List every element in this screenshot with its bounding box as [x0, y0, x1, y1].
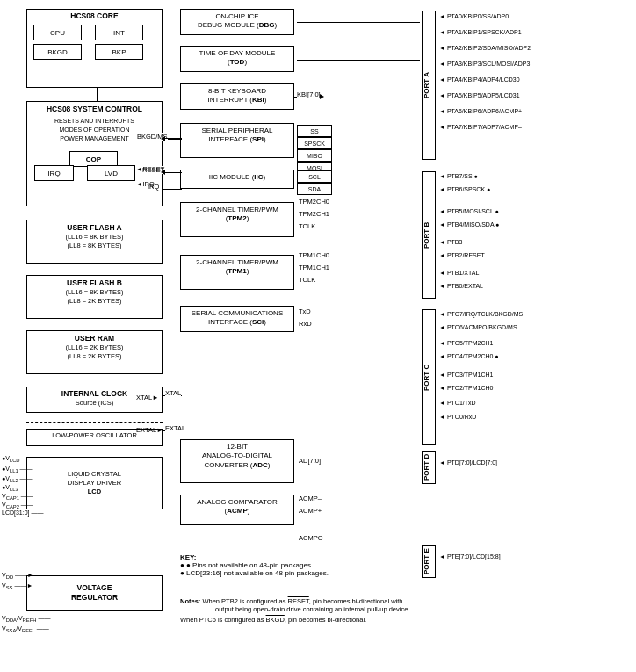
- bkgd-ms-hline: [163, 138, 182, 139]
- vcap2-label: VCAP2 ——: [2, 502, 33, 509]
- vll3-label: ●VLL3 ——: [2, 484, 33, 492]
- ptc6-pin: ◄ PTC6/ACMPO/BKGD/MS: [439, 324, 517, 330]
- tpm1ch1-label: TPM1CH1: [299, 264, 329, 271]
- ptb2-pin: ◄ PTB2/RESET: [439, 252, 485, 258]
- port-c-label: PORT C: [422, 309, 436, 445]
- vdd-label: VDD ——►: [2, 572, 33, 580]
- notes-section: Notes: When PTB2 is configured as RESET,…: [180, 597, 409, 624]
- acmp-block: ANALOG COMPARATOR(ACMP): [180, 495, 294, 525]
- cpu-block: CPU: [33, 25, 82, 40]
- voltage-reg-label: VOLTAGEREGULATOR: [71, 583, 118, 603]
- acmp-label: ANALOG COMPARATOR(ACMP): [184, 498, 291, 517]
- adc-label: 12-BITANALOG-TO-DIGITALCONVERTER (ADC): [184, 443, 291, 470]
- acmpo-label: ACMPO: [299, 534, 323, 542]
- acmp-plus-label: ACMP+: [299, 507, 322, 515]
- ptb5-pin: ◄ PTB5/MOSI/SCL ●: [439, 208, 499, 214]
- user-flash-a-block: USER FLASH A (LL16 = 8K BYTES) (LL8 = 8K…: [26, 220, 163, 264]
- vll1-label: ●VLL1 ——: [2, 466, 33, 473]
- user-flash-b-title: USER FLASH B: [30, 278, 159, 288]
- ptc4-pin: ◄ PTC4/TPM2CH0 ●: [439, 353, 499, 359]
- vdda-label: VDDA/VREFH ——: [2, 615, 50, 623]
- spi-label: SERIAL PERIPHERALINTERFACE (SPI): [184, 126, 291, 145]
- system-control-title: HCS08 SYSTEM CONTROL: [30, 105, 159, 114]
- port-b-label: PORT B: [422, 171, 436, 299]
- bkp-block: BKP: [95, 44, 143, 60]
- tod-to-port-line: [297, 60, 420, 61]
- voltage-reg-block: VOLTAGEREGULATOR: [26, 575, 163, 611]
- ad-label: AD[7:0]: [299, 457, 321, 465]
- extal-arrow-label: EXTAL►: [136, 426, 163, 434]
- miso-box: MISO: [297, 149, 332, 162]
- ptb6-pin: ◄ PTB6/SPSCK ●: [439, 186, 490, 192]
- txd-label: TxD: [299, 307, 311, 315]
- ptb4-pin: ◄ PTB4/MISO/SDA ●: [439, 221, 499, 228]
- key-section: KEY: ● ● Pins not available on 48-pin pa…: [180, 553, 329, 577]
- port-a-label: PORT A: [422, 11, 436, 160]
- tpm2-block: 2-CHANNEL TIMER/PWM(TPM2): [180, 202, 294, 237]
- ptc3-pin: ◄ PTC3/TPM1CH1: [439, 372, 493, 378]
- tpm2ch1-label: TPM2CH1: [299, 210, 329, 218]
- system-control-block: HCS08 SYSTEM CONTROL RESETS AND INTERRUP…: [26, 101, 163, 206]
- ptb1-pin: ◄ PTB1/XTAL: [439, 270, 479, 276]
- pta2-pin: ◄ PTA2/KBIP2/SDA/MISO/ADP2: [439, 45, 531, 51]
- kbi-signal: KBI[7:0]: [297, 90, 321, 98]
- user-flash-b-line2: (LL8 = 2K BYTES): [30, 297, 159, 306]
- vss-label: VSS ——►: [2, 582, 33, 590]
- user-ram-title: USER RAM: [30, 334, 159, 343]
- iic-block: IIC MODULE (IIC): [180, 170, 294, 189]
- reset-line: [163, 172, 182, 173]
- diagram-container: HCS08 CORE CPU INT BKGD BKP HCS08 SYSTEM…: [0, 0, 636, 672]
- extal-signal: EXTAL: [165, 424, 185, 432]
- ptc7-pin: ◄ PTC7/IRQ/TCLK/BKGD/MS: [439, 311, 523, 317]
- sci-label: SERIAL COMMUNICATIONSINTERFACE (SCI): [184, 309, 291, 328]
- vcap1-label: VCAP1 ——: [2, 493, 33, 501]
- port-d-label: PORT D: [422, 451, 436, 484]
- user-flash-b-block: USER FLASH B (LL16 = 8K BYTES) (LL8 = 2K…: [26, 275, 163, 319]
- ptb3-pin: ◄ PTB3: [439, 239, 462, 245]
- kbi-block: 8-BIT KEYBOARDINTERRUPT (KBI): [180, 83, 294, 110]
- ptb7-pin: ◄ PTB7/SS ●: [439, 173, 478, 179]
- vll2-label: ●VLL2 ——: [2, 475, 33, 483]
- rxd-label: RxD: [299, 320, 312, 328]
- ptd-pin: ◄ PTD[7:0]/LCD[7:0]: [439, 459, 497, 466]
- tpm1-block: 2-CHANNEL TIMER/PWM(TPM1): [180, 255, 294, 290]
- lcd31-label: LCD[31:0] ——: [2, 509, 43, 516]
- lcd-block: LIQUID CRYSTALDISPLAY DRIVERLCD: [26, 457, 163, 509]
- tclk2-label: TCLK: [299, 222, 315, 230]
- vlcd-label: ●VLCD ——: [2, 455, 34, 463]
- key-title: KEY:: [180, 553, 329, 561]
- xtal-arrow-label: XTAL►: [136, 394, 159, 401]
- xtal-signal: XTAL: [165, 389, 181, 397]
- iic-label: IIC MODULE (IIC): [184, 173, 291, 181]
- int-block: INT: [95, 25, 143, 40]
- port-e-label: PORT E: [422, 545, 436, 578]
- notes-note2: When PTC6 is configured as BKGD, pin bec…: [180, 616, 409, 624]
- pta0-pin: ◄ PTA0/KBIP0/SS/ADP0: [439, 13, 509, 19]
- pta7-pin: ◄ PTA7/KBIP7/ADP7/ACMP–: [439, 124, 522, 130]
- tpm1ch0-label: TPM1CH0: [299, 251, 329, 259]
- pta5-pin: ◄ PTA5/KBIP5/ADP5/LCD31: [439, 92, 520, 98]
- pta1-pin: ◄ PTA1/KBIP1/SPSCK/ADP1: [439, 29, 522, 35]
- dbg-block: ON-CHIP ICEDEBUG MODULE (DBG): [180, 9, 294, 35]
- tod-label: TIME OF DAY MODULE(TOD): [184, 49, 291, 68]
- irq-arrow-label: ◄IRQ: [136, 180, 155, 188]
- hcs08-core-block: HCS08 CORE CPU INT BKGD BKP: [26, 9, 163, 88]
- scl-box: SCL: [297, 170, 332, 183]
- lcd-label: LIQUID CRYSTALDISPLAY DRIVERLCD: [68, 470, 121, 495]
- user-flash-a-line2: (LL8 = 8K BYTES): [30, 242, 159, 250]
- vssa-label: VSSA/VREFL ——: [2, 625, 49, 633]
- hcs08-core-title: HCS08 CORE: [29, 11, 160, 21]
- ptc2-pin: ◄ PTC2/TPM1CH0: [439, 385, 493, 391]
- irq-block: IRQ: [34, 165, 74, 181]
- bkgd-ms-arrow: [161, 136, 165, 141]
- acmp-minus-label: ACMP–: [299, 495, 322, 502]
- dbg-to-port-line: [297, 22, 420, 23]
- spi-block: SERIAL PERIPHERALINTERFACE (SPI): [180, 123, 294, 158]
- tpm1-label: 2-CHANNEL TIMER/PWM(TPM1): [184, 258, 291, 277]
- key-item1: ● ● Pins not available on 48-pin package…: [180, 561, 329, 569]
- user-ram-line1: (LL16 = 2K BYTES): [30, 343, 159, 352]
- user-flash-a-line1: (LL16 = 8K BYTES): [30, 233, 159, 242]
- user-flash-b-line1: (LL16 = 8K BYTES): [30, 288, 159, 297]
- sda-box: SDA: [297, 183, 332, 195]
- bkgd-block: BKGD: [33, 44, 82, 60]
